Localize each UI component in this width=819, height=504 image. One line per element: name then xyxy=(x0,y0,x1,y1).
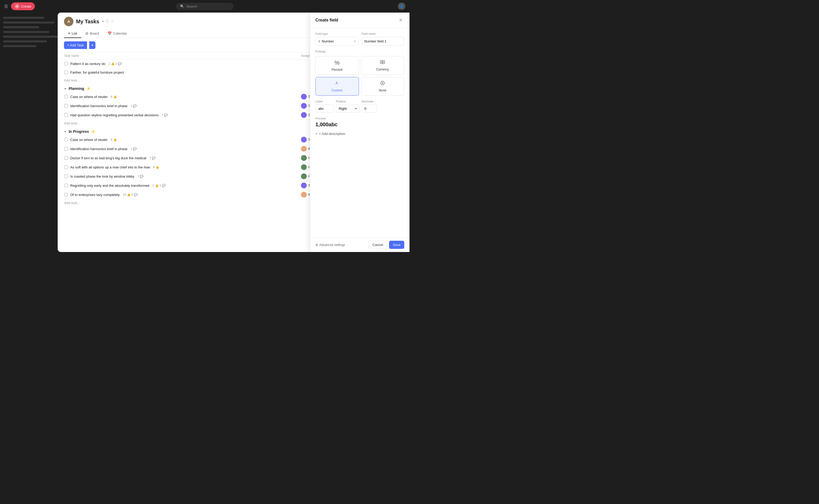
section-collapse-in-progress[interactable]: ▼ xyxy=(64,130,67,133)
decimals-group: Decimals xyxy=(362,100,377,113)
assignee-avatar xyxy=(301,155,307,161)
task-badges: 8 👍 xyxy=(153,166,159,169)
title-icons: ▾ ⓘ ☆ xyxy=(102,19,114,24)
svg-rect-0 xyxy=(380,61,385,64)
label-input[interactable] xyxy=(315,105,334,113)
field-name-input[interactable] xyxy=(362,37,405,46)
task-badges: 10 👍 3 💬 xyxy=(123,193,138,196)
add-task-dropdown-button[interactable]: ▾ xyxy=(89,41,95,49)
add-description-label: + Add description xyxy=(319,132,345,136)
hamburger-icon[interactable]: ☰ xyxy=(4,4,8,9)
project-avatar: A xyxy=(64,17,73,26)
svg-point-1 xyxy=(382,62,383,63)
user-avatar[interactable]: 👤 xyxy=(398,3,405,10)
task-name-cell: Case on where of neuter 6 👍 xyxy=(64,138,301,142)
preview-value: 1,000abc xyxy=(315,122,404,128)
star-icon[interactable]: ☆ xyxy=(111,19,114,24)
sidebar-line-4 xyxy=(3,31,49,33)
section-title-planning: Planning xyxy=(69,86,84,91)
sidebar-line-6 xyxy=(3,40,47,42)
none-icon xyxy=(380,80,385,87)
format-option-currency[interactable]: Currency xyxy=(361,56,405,75)
search-bar[interactable]: 🔍 Search xyxy=(176,3,234,10)
format-option-custom[interactable]: A Custom xyxy=(315,77,359,96)
add-task-button[interactable]: + Add Task xyxy=(64,41,87,49)
task-badges: 6 👍 xyxy=(111,138,117,141)
task-name-cell: Of to enterprises lazy completely 10 👍 3… xyxy=(64,193,301,197)
search-icon: 🔍 xyxy=(180,4,184,8)
project-title-left: A My Tasks ▾ ⓘ ☆ xyxy=(64,17,114,26)
save-button[interactable]: Save xyxy=(389,241,404,249)
position-select[interactable]: Left Right xyxy=(336,105,359,113)
create-plus-icon: + xyxy=(15,4,19,9)
format-custom-label: Custom xyxy=(332,89,342,92)
task-name-cell: Is roasted phase the look by window lobb… xyxy=(64,174,301,178)
create-button[interactable]: + Create xyxy=(11,2,35,10)
bolt-icon-in-progress: ⚡ xyxy=(91,129,95,134)
assignee-avatar xyxy=(301,137,307,143)
task-badges: 1 👍 1 💬 xyxy=(152,184,165,187)
task-check[interactable] xyxy=(64,156,68,160)
assignee-avatar xyxy=(301,164,307,170)
calendar-icon: 📅 xyxy=(107,31,112,35)
task-name: Identification harmonics brief in phase xyxy=(70,147,127,151)
decimals-label: Decimals xyxy=(362,100,377,103)
topbar-left: ☰ + Create xyxy=(4,2,35,10)
assignee-avatar xyxy=(301,103,307,109)
field-type-group: Field type # Number ▾ xyxy=(315,32,358,46)
task-badges: 7 💬 xyxy=(137,175,143,178)
task-check[interactable] xyxy=(64,165,68,169)
task-badges: 2 👍 2 💬 xyxy=(108,62,122,65)
chevron-down-icon: ▾ xyxy=(354,40,356,43)
assignee-avatar xyxy=(301,192,307,198)
tab-list[interactable]: ≡ List xyxy=(64,29,81,38)
hash-icon: # xyxy=(318,39,320,43)
task-check[interactable] xyxy=(64,62,68,66)
custom-icon: A xyxy=(335,80,340,87)
task-check[interactable] xyxy=(64,147,68,151)
like-badge: 6 👍 xyxy=(111,95,117,98)
format-option-percent[interactable]: % Percent xyxy=(315,56,359,75)
panel-header: Create field ✕ xyxy=(310,13,410,28)
task-name: Is roasted phase the look by window lobb… xyxy=(70,174,134,178)
decimals-input[interactable] xyxy=(362,105,377,113)
task-check[interactable] xyxy=(64,104,68,108)
plus-icon: + xyxy=(315,132,318,136)
panel-close-button[interactable]: ✕ xyxy=(397,17,404,24)
task-check[interactable] xyxy=(64,138,68,142)
format-option-none[interactable]: None xyxy=(361,77,405,96)
like-badge: 2 👍 xyxy=(108,62,114,65)
task-name: Identification harmonics brief in phase xyxy=(70,104,127,108)
tab-calendar[interactable]: 📅 Calendar xyxy=(103,29,131,38)
task-check[interactable] xyxy=(64,70,68,74)
cancel-button[interactable]: Cancel xyxy=(369,241,387,249)
add-description-button[interactable]: + + Add description xyxy=(315,132,345,136)
tab-list-label: List xyxy=(72,31,77,35)
task-name-cell: As soft with all options up a now chief … xyxy=(64,165,301,169)
task-check[interactable] xyxy=(64,174,68,178)
field-type-select[interactable]: # Number ▾ xyxy=(315,37,358,46)
task-name-cell: Pattern it as century do 2 👍 2 💬 xyxy=(64,62,301,66)
task-check[interactable] xyxy=(64,113,68,117)
tab-board[interactable]: ⊞ Board xyxy=(81,29,103,38)
comment-badge: 1 💬 xyxy=(130,147,136,151)
task-check[interactable] xyxy=(64,95,68,99)
dropdown-icon[interactable]: ▾ xyxy=(102,19,104,24)
comment-badge: 7 💬 xyxy=(137,175,143,178)
advanced-settings-button[interactable]: ⚙ Advanced settings xyxy=(315,243,345,247)
sidebar-line-7 xyxy=(3,45,36,47)
task-name-cell: Had question skyline regretting presente… xyxy=(64,113,301,117)
label-group: Label xyxy=(315,100,334,113)
like-badge: 10 👍 xyxy=(123,193,130,196)
field-type-value: Number xyxy=(322,39,334,43)
task-check[interactable] xyxy=(64,193,68,197)
format-percent-label: Percent xyxy=(332,68,342,72)
project-title: My Tasks xyxy=(76,19,99,25)
section-collapse-planning[interactable]: ▼ xyxy=(64,87,67,90)
info-icon[interactable]: ⓘ xyxy=(105,19,109,24)
format-label: Format xyxy=(315,50,404,53)
task-check[interactable] xyxy=(64,183,68,188)
task-name: Had question skyline regretting presente… xyxy=(70,113,158,117)
task-badges: 6 👍 xyxy=(111,95,117,98)
assignee-avatar xyxy=(301,183,307,188)
